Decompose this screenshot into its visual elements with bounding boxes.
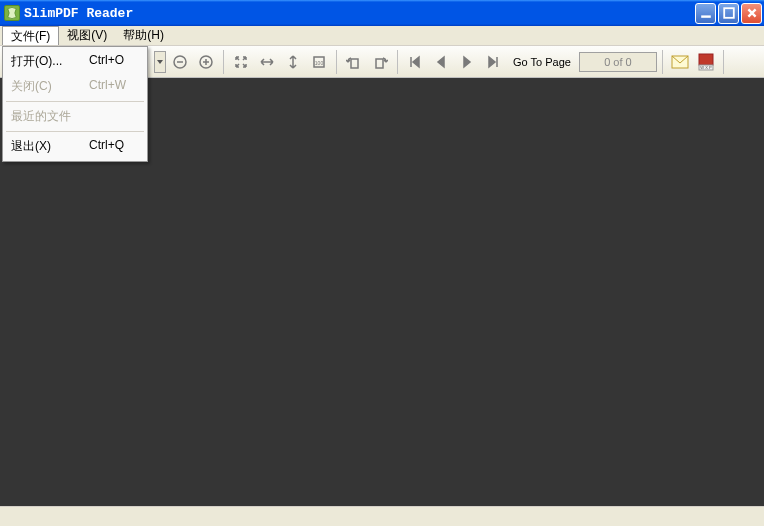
email-button[interactable] bbox=[668, 51, 692, 73]
svg-rect-7 bbox=[376, 59, 383, 68]
window-controls bbox=[695, 3, 762, 24]
app-icon bbox=[4, 5, 20, 21]
toolbar-separator bbox=[723, 50, 724, 74]
menu-item-exit[interactable]: 退出(X) Ctrl+Q bbox=[5, 134, 145, 159]
svg-text:W X P: W X P bbox=[700, 65, 712, 70]
svg-rect-6 bbox=[351, 59, 358, 68]
menu-separator bbox=[6, 131, 144, 132]
svg-rect-9 bbox=[699, 54, 713, 65]
file-menu-dropdown: 打开(O)... Ctrl+O 关闭(C) Ctrl+W 最近的文件 退出(X)… bbox=[2, 46, 148, 162]
actual-size-button[interactable]: 100 bbox=[307, 50, 331, 74]
zoom-out-button[interactable] bbox=[168, 50, 192, 74]
close-button[interactable] bbox=[741, 3, 762, 24]
last-page-button[interactable] bbox=[481, 50, 505, 74]
minimize-button[interactable] bbox=[695, 3, 716, 24]
fit-height-button[interactable] bbox=[281, 50, 305, 74]
title-bar: SlimPDF Reader bbox=[0, 0, 764, 26]
svg-rect-1 bbox=[724, 8, 734, 18]
first-page-button[interactable] bbox=[403, 50, 427, 74]
menu-item-open[interactable]: 打开(O)... Ctrl+O bbox=[5, 49, 145, 74]
window-title: SlimPDF Reader bbox=[24, 6, 695, 21]
menu-item-recent: 最近的文件 bbox=[5, 104, 145, 129]
status-bar bbox=[0, 506, 764, 526]
rotate-cw-button[interactable] bbox=[368, 50, 392, 74]
page-number-input[interactable]: 0 of 0 bbox=[579, 52, 657, 72]
menu-file[interactable]: 文件(F) bbox=[2, 26, 59, 45]
next-page-button[interactable] bbox=[455, 50, 479, 74]
maximize-button[interactable] bbox=[718, 3, 739, 24]
menu-help[interactable]: 帮助(H) bbox=[115, 26, 172, 45]
toolbar-separator bbox=[397, 50, 398, 74]
goto-page-label: Go To Page bbox=[513, 56, 571, 68]
fit-width-button[interactable] bbox=[255, 50, 279, 74]
svg-rect-0 bbox=[701, 15, 711, 17]
toolbar-separator bbox=[662, 50, 663, 74]
svg-text:100: 100 bbox=[315, 60, 324, 66]
export-pdf-button[interactable]: W X P bbox=[694, 51, 718, 73]
menu-separator bbox=[6, 101, 144, 102]
rotate-ccw-button[interactable] bbox=[342, 50, 366, 74]
zoom-in-button[interactable] bbox=[194, 50, 218, 74]
toolbar-separator bbox=[336, 50, 337, 74]
menu-item-close: 关闭(C) Ctrl+W bbox=[5, 74, 145, 99]
menu-view[interactable]: 视图(V) bbox=[59, 26, 115, 45]
toolbar-separator bbox=[223, 50, 224, 74]
prev-page-button[interactable] bbox=[429, 50, 453, 74]
fit-page-button[interactable] bbox=[229, 50, 253, 74]
zoom-dropdown-button[interactable] bbox=[154, 51, 166, 73]
menu-bar: 文件(F) 视图(V) 帮助(H) bbox=[0, 26, 764, 46]
